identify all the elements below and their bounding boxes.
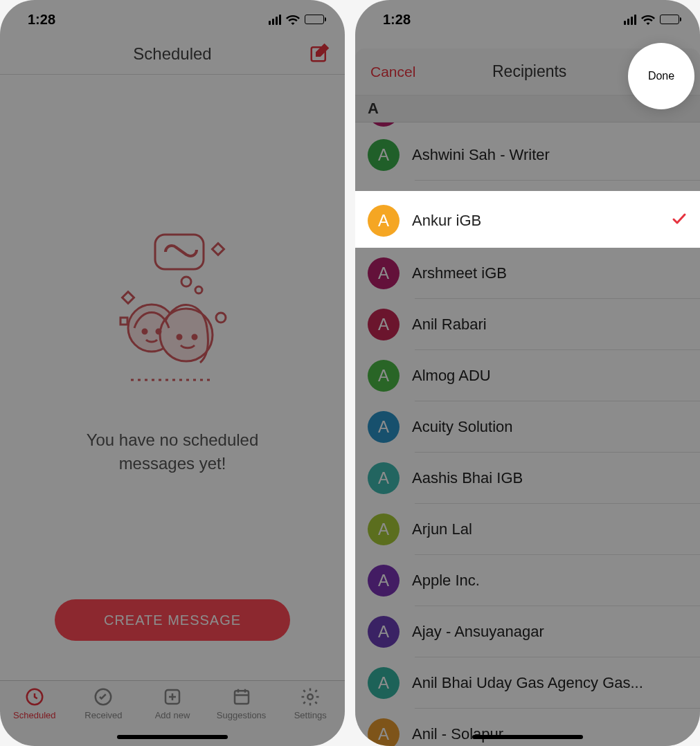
svg-point-2: [181, 277, 191, 286]
svg-rect-17: [235, 691, 249, 704]
modal-title: Recipients: [492, 62, 566, 81]
status-bar: 1:28: [0, 0, 345, 33]
svg-rect-4: [123, 292, 134, 304]
empty-line-2: messages yet!: [87, 452, 259, 475]
status-time: 1:28: [28, 12, 55, 28]
home-indicator: [117, 735, 228, 739]
avatar: A: [368, 205, 400, 237]
avatar: A: [368, 411, 400, 443]
status-bar: 1:28: [355, 0, 700, 33]
contact-row[interactable]: A Apple Inc.: [355, 555, 700, 606]
status-icons: [269, 15, 324, 25]
cellular-icon: [269, 15, 281, 25]
avatar: A: [368, 139, 400, 171]
avatar: A: [368, 257, 400, 289]
done-button[interactable]: Done: [648, 70, 674, 82]
empty-illustration: [96, 228, 249, 408]
wifi-icon: [286, 15, 300, 25]
contact-name: Apple Inc.: [412, 572, 688, 590]
screen-scheduled: 1:28 Scheduled: [0, 0, 345, 746]
empty-message: You have no scheduled messages yet!: [87, 428, 259, 475]
contact-name: Ashwini Sah - Writer: [412, 146, 688, 164]
contact-row[interactable]: A Aashis Bhai IGB: [355, 453, 700, 504]
contact-row[interactable]: A Anil - Solapur: [355, 709, 700, 746]
screen-recipients: 1:28 Cancel Recipients A A A Ashwini Sah…: [355, 0, 700, 746]
svg-point-3: [195, 286, 202, 293]
avatar: A: [368, 309, 400, 340]
avatar: A: [368, 360, 400, 392]
contact-row[interactable]: A Almog ADU: [355, 350, 700, 401]
svg-point-6: [216, 313, 226, 322]
empty-state: You have no scheduled messages yet! CREA…: [0, 75, 345, 670]
tab-suggestions-label: Suggestions: [217, 710, 267, 720]
avatar: A: [368, 718, 400, 746]
contact-name: Ajay - Ansuyanagar: [412, 623, 688, 641]
battery-icon: [660, 15, 679, 24]
contact-row[interactable]: A Acuity Solution: [355, 401, 700, 453]
avatar: A: [368, 513, 400, 545]
contact-row[interactable]: A Anil Bhai Uday Gas Agency Gas...: [355, 657, 700, 709]
check-icon: [671, 210, 688, 232]
tab-settings[interactable]: Settings: [276, 686, 345, 746]
contact-name: Anil - Solapur: [412, 725, 688, 743]
create-message-button[interactable]: CREATE MESSAGE: [55, 599, 290, 641]
avatar: A: [368, 565, 400, 597]
contacts-list: A A Ashwini Sah - Writer: [355, 122, 700, 181]
tab-addnew-label: Add new: [155, 710, 190, 720]
nav-header: Scheduled: [0, 33, 345, 75]
compose-button[interactable]: [309, 43, 330, 66]
contact-name: Anil Rabari: [412, 316, 688, 334]
cellular-icon: [624, 15, 636, 25]
status-icons: [624, 15, 679, 25]
svg-rect-5: [213, 244, 224, 255]
contact-name: Ankur iGB: [412, 212, 658, 230]
contact-row-partial[interactable]: A: [355, 122, 700, 129]
avatar: A: [368, 667, 400, 699]
contact-name: Almog ADU: [412, 367, 688, 385]
wifi-icon: [641, 15, 655, 25]
contact-row[interactable]: A Ashwini Sah - Writer: [355, 129, 700, 181]
contact-name: Anil Bhai Uday Gas Agency Gas...: [412, 674, 688, 692]
selected-contact-highlight: A Ankur iGB: [355, 194, 700, 248]
svg-rect-7: [120, 318, 127, 325]
contact-name: Arshmeet iGB: [412, 264, 688, 282]
avatar: A: [368, 462, 400, 494]
tab-received-label: Received: [84, 710, 122, 720]
home-indicator: [472, 735, 583, 739]
tab-scheduled[interactable]: Scheduled: [0, 686, 69, 746]
avatar: A: [368, 616, 400, 648]
svg-point-10: [143, 329, 147, 334]
tab-scheduled-label: Scheduled: [13, 710, 55, 720]
done-button-highlight: Done: [628, 43, 694, 109]
svg-point-12: [177, 335, 181, 339]
contact-name: Acuity Solution: [412, 418, 688, 436]
svg-point-13: [192, 335, 197, 339]
battery-icon: [305, 15, 324, 24]
svg-point-18: [307, 694, 313, 700]
contacts-remaining-dim: A Arshmeet iGB A Anil Rabari A Almog ADU…: [355, 248, 700, 746]
empty-line-1: You have no scheduled: [87, 428, 259, 452]
tab-settings-label: Settings: [294, 710, 327, 720]
avatar: A: [368, 122, 400, 127]
contact-row[interactable]: A Ajay - Ansuyanagar: [355, 606, 700, 657]
page-title: Scheduled: [133, 44, 211, 64]
contact-row[interactable]: A Arshmeet iGB: [355, 248, 700, 299]
svg-point-11: [156, 329, 161, 334]
contact-name: Arjun Lal: [412, 520, 688, 538]
contact-row-selected[interactable]: A Ankur iGB: [355, 194, 700, 248]
contact-row[interactable]: A Arjun Lal: [355, 504, 700, 555]
contact-name: Aashis Bhai IGB: [412, 469, 688, 487]
cancel-button[interactable]: Cancel: [370, 64, 415, 80]
contact-row[interactable]: A Anil Rabari: [355, 299, 700, 350]
status-time: 1:28: [383, 12, 411, 28]
